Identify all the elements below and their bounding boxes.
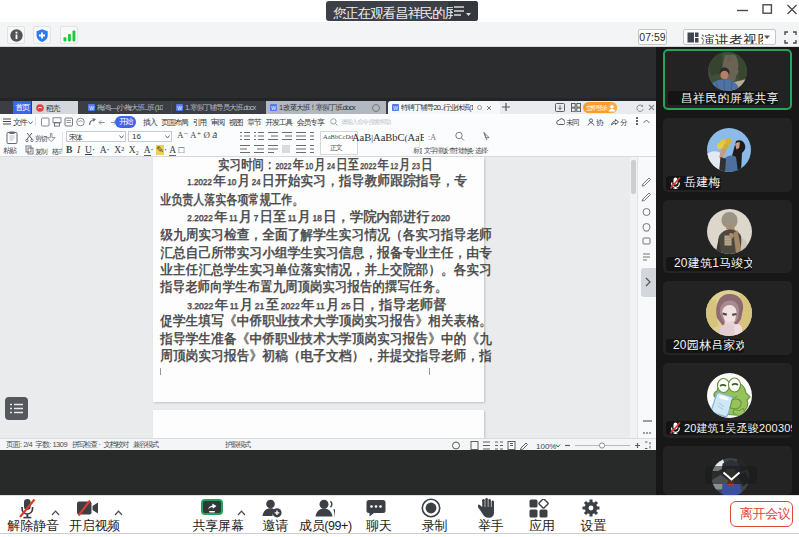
svg-text::A: :A [428, 133, 436, 142]
svg-text:W: W [89, 105, 94, 111]
svg-text:W: W [271, 105, 276, 111]
svg-text:剪切: 剪切 [35, 135, 48, 143]
svg-text:W: W [393, 104, 398, 110]
svg-text:W: W [177, 105, 182, 111]
svg-text:100%: 100% [536, 441, 556, 450]
svg-text:复制: 复制 [35, 148, 48, 156]
